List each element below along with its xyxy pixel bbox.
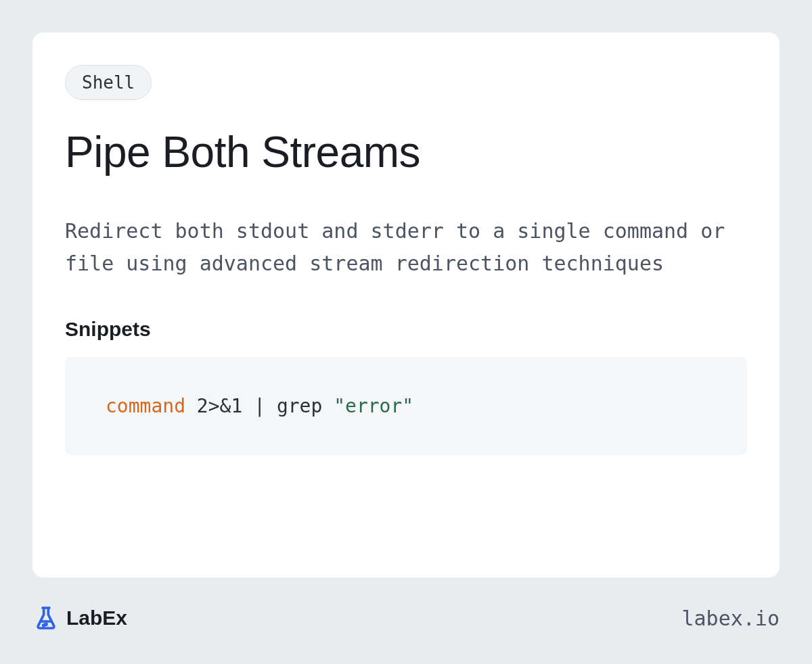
code-keyword: command (106, 395, 185, 417)
snippets-heading: Snippets (65, 318, 747, 341)
language-tag: Shell (65, 65, 152, 100)
flask-icon (32, 604, 60, 632)
content-card: Shell Pipe Both Streams Redirect both st… (32, 32, 780, 577)
code-snippet: command 2>&1 | grep "error" (65, 357, 747, 455)
svg-point-1 (43, 625, 45, 626)
brand-name: LabEx (66, 607, 127, 630)
page-title: Pipe Both Streams (65, 127, 747, 177)
footer: LabEx labex.io (32, 577, 780, 632)
brand: LabEx (32, 604, 127, 632)
description-text: Redirect both stdout and stderr to a sin… (65, 215, 747, 280)
brand-url: labex.io (682, 607, 780, 630)
code-string: "error" (334, 395, 413, 417)
code-body: 2>&1 | grep (185, 395, 334, 417)
